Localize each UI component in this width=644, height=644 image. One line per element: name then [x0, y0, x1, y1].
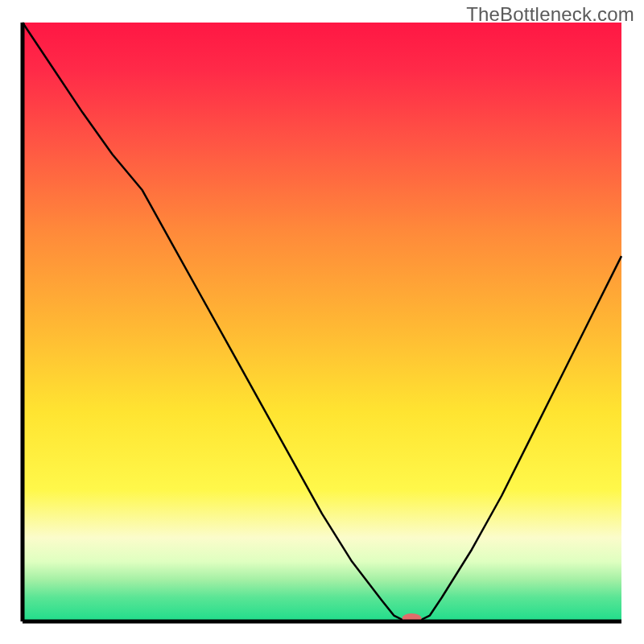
- plot-background: [23, 23, 621, 621]
- bottleneck-chart: TheBottleneck.com: [0, 0, 644, 644]
- chart-svg: [0, 0, 644, 644]
- watermark-label: TheBottleneck.com: [466, 3, 634, 26]
